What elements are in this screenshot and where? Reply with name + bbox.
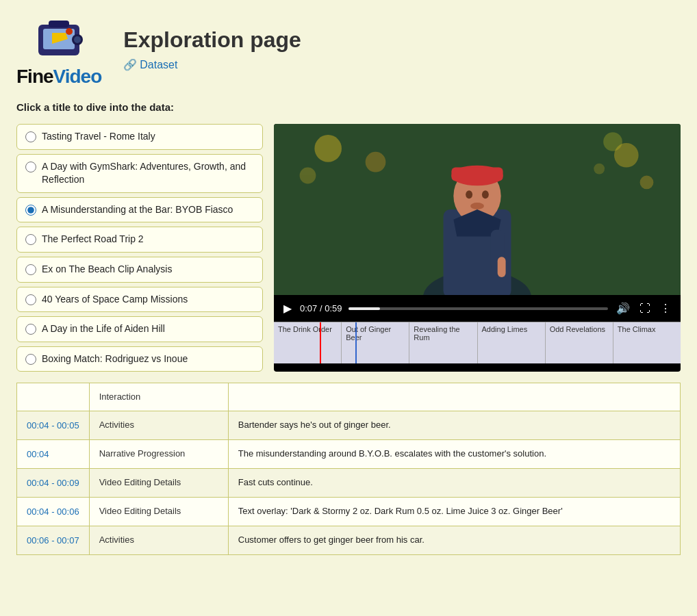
segment-4[interactable]: Adding Limes <box>478 322 546 363</box>
time-link-4[interactable]: 00:04 - 00:06 <box>27 506 79 517</box>
category-cell-5: Activities <box>89 526 228 554</box>
svg-rect-24 <box>498 257 506 277</box>
instruction-text: Click a title to dive into the data: <box>16 101 681 113</box>
desc-cell-4: Text overlay: 'Dark & Stormy 2 oz. Dark … <box>228 497 680 526</box>
time-cell-1[interactable]: 00:04 - 00:05 <box>17 411 90 439</box>
time-link-1[interactable]: 00:04 - 00:05 <box>27 420 79 431</box>
title-item-3[interactable]: A Misunderstanding at the Bar: BYOB Fias… <box>16 197 263 223</box>
svg-point-10 <box>300 168 316 184</box>
time-display: 0:07 / 0:59 <box>300 303 342 313</box>
header-right: Exploration page 🔗 Dataset <box>123 27 301 71</box>
segment-timeline: The Drink OrderOut of Ginger BeerReveali… <box>274 322 681 363</box>
title-label-4: The Perfect Road Trip 2 <box>42 233 144 246</box>
title-radio-3[interactable] <box>25 205 36 216</box>
segment-3[interactable]: Revealing the Rum <box>409 322 477 363</box>
title-radio-1[interactable] <box>25 131 36 142</box>
play-button[interactable]: ▶ <box>282 300 293 316</box>
svg-point-21 <box>482 190 489 198</box>
red-marker <box>320 322 321 363</box>
category-cell: Interaction <box>89 383 228 411</box>
video-panel: ▶ 0:07 / 0:59 🔊 ⛶ ⋮ The Drink OrderOut o… <box>274 124 681 372</box>
progress-bar-fill <box>348 307 379 310</box>
category-cell-4: Video Editing Details <box>89 497 228 526</box>
time-cell-3[interactable]: 00:04 - 00:09 <box>17 468 90 497</box>
table-row-3: 00:04 - 00:09Video Editing DetailsFast c… <box>17 468 681 497</box>
blue-marker <box>355 322 357 363</box>
svg-point-20 <box>466 190 472 198</box>
svg-rect-19 <box>451 168 503 181</box>
dataset-link[interactable]: 🔗 Dataset <box>123 58 301 71</box>
title-label-8: Boxing Match: Rodriguez vs Inoue <box>42 352 188 366</box>
link-icon: 🔗 <box>123 58 137 71</box>
title-radio-4[interactable] <box>25 234 36 245</box>
time-cell-2[interactable]: 00:04 <box>17 439 90 468</box>
category-cell-3: Video Editing Details <box>89 468 228 497</box>
table-row-4: 00:04 - 00:06Video Editing DetailsText o… <box>17 497 681 526</box>
title-radio-6[interactable] <box>25 294 36 305</box>
time-cell <box>17 383 90 411</box>
title-item-1[interactable]: Tasting Travel - Rome Italy <box>16 124 263 150</box>
title-item-8[interactable]: Boxing Match: Rodriguez vs Inoue <box>16 346 263 372</box>
time-cell-5[interactable]: 00:06 - 00:07 <box>17 526 90 554</box>
svg-point-9 <box>366 152 386 172</box>
segment-1[interactable]: The Drink Order <box>274 322 342 363</box>
more-options-button[interactable]: ⋮ <box>659 300 672 316</box>
logo-area: FineVideo <box>16 11 101 88</box>
progress-bar[interactable] <box>348 307 608 310</box>
time-link-3[interactable]: 00:04 - 00:09 <box>27 478 79 488</box>
desc-cell-1: Bartender says he's out of ginger beer. <box>228 411 680 439</box>
segment-5[interactable]: Odd Revelations <box>546 322 613 363</box>
svg-point-12 <box>640 176 654 190</box>
svg-point-6 <box>74 36 81 43</box>
title-item-6[interactable]: 40 Years of Space Camp Missions <box>16 287 263 313</box>
table-row-2: 00:04Narrative ProgressionThe misunderst… <box>17 439 681 468</box>
segment-6[interactable]: The Climax <box>613 322 681 363</box>
page-title: Exploration page <box>123 27 301 53</box>
main-content: Tasting Travel - Rome ItalyA Day with Gy… <box>16 124 681 372</box>
table-row-1: 00:04 - 00:05ActivitiesBartender says he… <box>17 411 681 439</box>
svg-point-3 <box>66 28 73 35</box>
category-cell-1: Activities <box>89 411 228 439</box>
title-item-7[interactable]: A Day in the Life of Aiden Hill <box>16 316 263 342</box>
title-radio-8[interactable] <box>25 354 36 365</box>
fullscreen-button[interactable]: ⛶ <box>638 301 652 316</box>
svg-rect-4 <box>49 21 69 27</box>
desc-cell-5: Customer offers to get ginger beer from … <box>228 526 680 554</box>
title-label-3: A Misunderstanding at the Bar: BYOB Fias… <box>42 203 233 217</box>
title-radio-5[interactable] <box>25 264 36 275</box>
svg-point-13 <box>603 132 622 151</box>
title-label-6: 40 Years of Space Camp Missions <box>42 293 188 307</box>
video-controls: ▶ 0:07 / 0:59 🔊 ⛶ ⋮ <box>274 295 681 322</box>
svg-point-14 <box>594 164 605 175</box>
title-radio-2[interactable] <box>25 162 36 172</box>
video-thumbnail <box>274 124 681 295</box>
title-list: Tasting Travel - Rome ItalyA Day with Gy… <box>16 124 263 372</box>
logo-text: FineVideo <box>16 66 101 88</box>
page-header: FineVideo Exploration page 🔗 Dataset <box>16 11 681 88</box>
segment-2[interactable]: Out of Ginger Beer <box>342 322 409 363</box>
table-row-partial: Interaction <box>17 383 681 411</box>
title-label-7: A Day in the Life of Aiden Hill <box>42 322 165 336</box>
time-cell-4[interactable]: 00:04 - 00:06 <box>17 497 90 526</box>
volume-button[interactable]: 🔊 <box>615 300 631 316</box>
time-link-5[interactable]: 00:06 - 00:07 <box>27 535 79 546</box>
title-radio-7[interactable] <box>25 324 36 335</box>
logo-icon <box>28 11 90 66</box>
svg-point-8 <box>314 135 342 162</box>
title-item-2[interactable]: A Day with GymShark: Adventures, Growth,… <box>16 154 263 193</box>
category-cell-2: Narrative Progression <box>89 439 228 468</box>
desc-cell <box>228 383 680 411</box>
title-item-4[interactable]: The Perfect Road Trip 2 <box>16 227 263 253</box>
desc-cell-3: Fast cuts continue. <box>228 468 680 497</box>
title-label-1: Tasting Travel - Rome Italy <box>42 130 155 144</box>
dataset-label: Dataset <box>140 59 177 71</box>
data-table: Interaction 00:04 - 00:05ActivitiesBarte… <box>16 383 681 555</box>
desc-cell-2: The misunderstanding around B.Y.O.B. esc… <box>228 439 680 468</box>
title-label-2: A Day with GymShark: Adventures, Growth,… <box>42 160 254 187</box>
table-row-5: 00:06 - 00:07ActivitiesCustomer offers t… <box>17 526 681 554</box>
title-item-5[interactable]: Ex on The Beach Clip Analysis <box>16 257 263 283</box>
title-label-5: Ex on The Beach Clip Analysis <box>42 263 172 277</box>
svg-point-22 <box>470 203 484 209</box>
time-link-2[interactable]: 00:04 <box>27 449 49 459</box>
